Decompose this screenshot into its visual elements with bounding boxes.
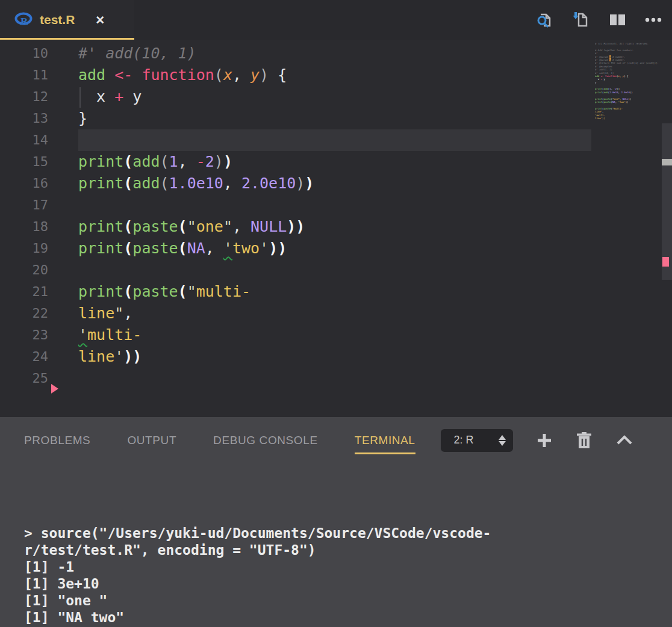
code-line-14[interactable]: 14 (0, 129, 672, 151)
code-line-17[interactable]: 17 (0, 194, 672, 216)
scrollbar-handle[interactable] (662, 159, 672, 165)
terminal-line: > source("/Users/yuki-ud/Documents/Sourc… (24, 525, 660, 542)
minimap-line: line')) (595, 117, 659, 120)
code-line-25[interactable]: 25 (0, 368, 672, 389)
code-line-10[interactable]: 10#' add(10, 1) (0, 43, 672, 64)
editor-tab-bar: R test.R ✕ (0, 0, 672, 40)
terminal-selector-value: 2: R (454, 434, 474, 446)
r-logo-icon: R (14, 12, 33, 28)
editor-actions (535, 0, 664, 40)
tab-problems[interactable]: PROBLEMS (24, 427, 90, 454)
terminal-line: r/test/test.R", encoding = "UTF-8") (24, 542, 660, 558)
line-number: 25 (0, 368, 48, 389)
new-terminal-icon[interactable] (536, 432, 553, 449)
code-line-22[interactable]: 22line", (0, 303, 672, 324)
line-number: 12 (0, 86, 48, 108)
terminal-line: [1] "one " (24, 592, 660, 609)
minimap[interactable]: # (c) Microsoft. All rights reserved.# A… (595, 42, 659, 162)
search-in-file-icon[interactable] (535, 10, 555, 30)
more-actions-icon[interactable] (643, 10, 664, 30)
code-line-16[interactable]: 16print(add(1.0e10, 2.0e10)) (0, 173, 672, 194)
kill-terminal-icon[interactable] (576, 431, 593, 449)
line-number: 15 (0, 151, 48, 173)
line-number: 13 (0, 108, 48, 129)
line-number: 22 (0, 303, 48, 324)
line-number: 21 (0, 281, 48, 303)
code-editor[interactable]: 10#' add(10, 1)11add <- function(x, y) {… (0, 40, 672, 417)
bottom-panel: PROBLEMS OUTPUT DEBUG CONSOLE TERMINAL 2… (0, 417, 672, 627)
run-source-icon[interactable] (571, 10, 591, 30)
line-number: 20 (0, 259, 48, 281)
code-area[interactable]: 10#' add(10, 1)11add <- function(x, y) {… (0, 43, 672, 389)
dropdown-arrows-icon (499, 435, 506, 446)
code-line-24[interactable]: 24line')) (0, 346, 672, 368)
code-line-19[interactable]: 19print(paste(NA, 'two')) (0, 238, 672, 259)
tab-test-r[interactable]: R test.R ✕ (0, 0, 134, 40)
code-line-12[interactable]: 12 x + y (0, 86, 672, 108)
line-number: 14 (0, 129, 48, 151)
terminal-line: [1] "NA two" (24, 609, 660, 626)
terminal-output[interactable]: > source("/Users/yuki-ud/Documents/Sourc… (0, 463, 672, 627)
code-line-23[interactable]: 23'multi- (0, 324, 672, 346)
panel-header: PROBLEMS OUTPUT DEBUG CONSOLE TERMINAL 2… (0, 417, 672, 463)
tab-debug-console[interactable]: DEBUG CONSOLE (213, 427, 318, 454)
terminal-selector-dropdown[interactable]: 2: R (441, 429, 513, 452)
tab-output[interactable]: OUTPUT (127, 427, 176, 454)
code-line-18[interactable]: 18print(paste("one", NULL)) (0, 216, 672, 238)
code-line-21[interactable]: 21print(paste("multi- (0, 281, 672, 303)
svg-text:R: R (20, 16, 28, 27)
terminal-line: [1] -1 (24, 558, 660, 575)
editor-scrollbar[interactable] (662, 123, 672, 280)
code-line-11[interactable]: 11add <- function(x, y) { (0, 64, 672, 86)
code-line-13[interactable]: 13} (0, 108, 672, 129)
line-number: 23 (0, 324, 48, 346)
line-number: 17 (0, 194, 48, 216)
code-line-20[interactable]: 20 (0, 259, 672, 281)
line-number: 10 (0, 43, 48, 64)
tab-terminal[interactable]: TERMINAL (355, 427, 415, 454)
line-number: 16 (0, 173, 48, 194)
maximize-panel-icon[interactable] (615, 433, 633, 448)
close-tab-icon[interactable]: ✕ (95, 13, 105, 27)
line-number: 11 (0, 64, 48, 86)
code-line-15[interactable]: 15print(add(1, -2)) (0, 151, 672, 173)
split-editor-icon[interactable] (607, 10, 627, 30)
tab-title: test.R (40, 13, 75, 27)
line-number: 18 (0, 216, 48, 238)
terminal-line: [1] 3e+10 (24, 575, 660, 592)
debug-run-marker-icon (51, 384, 58, 394)
line-number: 24 (0, 346, 48, 368)
line-number: 19 (0, 238, 48, 259)
overview-ruler-cursor-marker (662, 257, 669, 267)
